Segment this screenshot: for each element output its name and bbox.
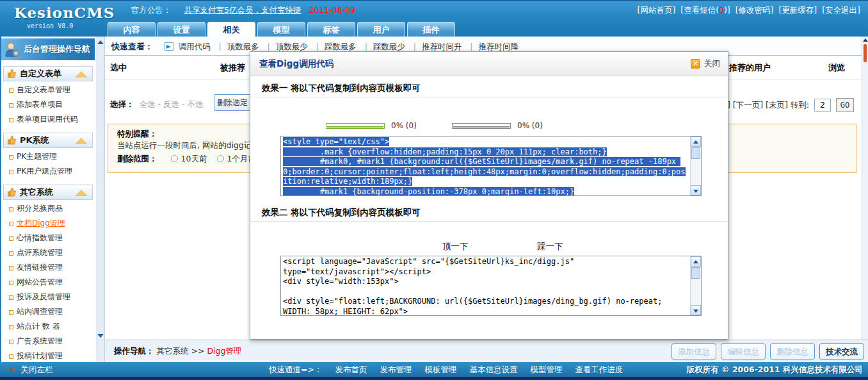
sidebar-item-complaint-feedback[interactable]: 投诉及反馈管理 [1,290,95,304]
code-textarea-effect-two[interactable]: <script language="JavaScript" src="{$Get… [280,256,702,316]
tab-settings[interactable]: 设置 [157,22,205,38]
digg-code-dialog: 查看Digg调用代码 ✕ 关闭 效果一 将以下代码复制到内容页模板即可 0% (… [250,51,728,340]
code-text-selected[interactable]: <style type="text/css"> .mark {overflow:… [281,136,689,195]
delete-info-button[interactable]: 删除信息 [770,343,815,359]
quick-item-call-code[interactable]: 调用代码 [179,42,211,51]
edit-info-button[interactable]: 编辑信息 [721,343,766,359]
sidebar-item-pk-topic[interactable]: PK主题管理 [1,149,95,164]
progress-label: 0% (0) [391,121,417,130]
progress-bar-gray [452,123,511,129]
textarea-scrollbar[interactable] [690,136,701,195]
link-logout[interactable]: [安全退出] [822,5,860,15]
tab-related[interactable]: 相关 [207,22,255,38]
scroll-down-icon[interactable] [97,334,104,338]
close-x-icon: × [9,365,15,374]
sidebar-item-site-survey[interactable]: 站内调查管理 [1,304,95,319]
link-change-password[interactable]: [修改密码] [735,5,774,15]
sidebar-group-title: 自定义表单 [20,68,61,79]
link-view-sms[interactable]: [查看短信(0)] [680,5,730,15]
sms-count: 0 [719,5,724,15]
select-options[interactable]: 全选 - 反选 - 不选 [139,99,203,109]
quick-item-most-digg[interactable]: 顶数最多 [213,42,259,51]
footer-link-model-manage[interactable]: 模型管理 [530,365,562,374]
sidebar-item-site-announce[interactable]: 网站公告管理 [1,275,95,290]
announcement-label: 官方公告： [131,5,172,15]
close-icon[interactable]: ✕ [691,59,700,69]
digg-progress-green: 0% (0) [326,121,417,130]
scrollbar-thumb[interactable] [864,44,867,62]
sidebar-item-add-form-field[interactable]: 添加表单项目 [1,97,95,112]
add-info-button[interactable]: 添加信息 [671,343,716,359]
collapse-triangle-icon[interactable] [75,138,88,144]
radio-10days[interactable] [171,155,178,162]
sidebar-banner: 后台管理操作导航 [1,38,95,60]
scroll-up-icon[interactable] [691,136,701,147]
link-refresh-cache[interactable]: [更新缓存] [778,5,817,15]
footer-link-basic-info[interactable]: 基本信息设置 [469,365,517,374]
select-label: 选择： [110,99,134,109]
footer-link-template-manage[interactable]: 模板管理 [424,365,456,374]
action-buttons: 添加信息 编辑信息 删除信息 技术交流 [671,343,864,359]
selected-code: <style type="text/css"> .mark {overflow:… [283,137,686,195]
sidebar-item-pk-user-view[interactable]: PK用户观点管理 [1,164,95,179]
scroll-down-icon[interactable] [691,305,701,315]
sidebar-item-custom-form-manage[interactable]: 自定义表单管理 [1,83,95,97]
code-text[interactable]: <script language="JavaScript" src="{$Get… [281,256,689,315]
page-scrollbar[interactable] [862,37,868,340]
thumb-up-icon [8,69,16,78]
scroll-up-icon[interactable] [691,256,701,267]
sidebar-item-ad-system[interactable]: 广告系统管理 [1,334,95,349]
top-header: KesionCMS version V8.0 官方公告： 共享支付宝5亿会员，支… [0,0,868,37]
sidebar-item-contribute-plan[interactable]: 投稿计划管理 [1,349,95,362]
scrollbar-up-icon[interactable] [863,38,868,42]
collapse-triangle-icon[interactable] [75,71,88,78]
scrollbar-thumb[interactable] [691,147,700,159]
sidebar-item-points-exchange[interactable]: 积分兑换商品 [1,201,95,216]
collapse-triangle-icon[interactable] [75,190,88,196]
sidebar-item-review-system[interactable]: 点评系统管理 [1,245,95,260]
sidebar-group-custom-form[interactable]: 自定义表单 [3,66,93,81]
quick-item-most-bury[interactable]: 踩数最多 [310,42,357,51]
code-arrow-icon [165,42,173,51]
footer-link-work-progress[interactable]: 查看工作进度 [575,365,623,374]
tab-label[interactable]: 标签 [307,22,355,38]
link-site-home[interactable]: [网站首页] [638,5,676,15]
code-textarea-effect-one[interactable]: <style type="text/css"> .mark {overflow:… [280,136,702,196]
footer-link-publish-manage[interactable]: 发布管理 [380,365,412,374]
sidebar-item-friend-links[interactable]: 友情链接管理 [1,260,95,275]
delete-range-label: 删除范围： [117,154,157,163]
tech-support-button[interactable]: 技术交流 [819,343,864,359]
sidebar-group-other[interactable]: 其它系统 [3,185,93,200]
quick-item-time-asc[interactable]: 推荐时间升 [408,42,462,51]
tab-content[interactable]: 内容 [108,22,156,38]
sidebar-group-pk[interactable]: PK系统 [3,133,93,148]
sidebar-item-form-call-code[interactable]: 表单项目调用代码 [1,112,95,127]
quick-item-time-desc[interactable]: 推荐时间降 [464,42,518,51]
delete-selected-button[interactable]: 删除选定 [214,94,251,111]
radio-1month[interactable] [217,155,224,162]
scroll-down-icon[interactable] [691,185,701,195]
quick-item-least-digg[interactable]: 顶数最少 [262,42,308,51]
quick-item-least-bury[interactable]: 踩数最少 [359,42,405,51]
announcement-link[interactable]: 共享支付宝5亿会员，支付宝快捷 [184,5,301,15]
tab-plugin[interactable]: 插件 [407,22,455,38]
tab-user[interactable]: 用户 [357,22,405,38]
footer-link-publish-home[interactable]: 发布首页 [335,365,367,374]
sidebar-group-title: 其它系统 [20,186,53,198]
sms-link-close: )] [724,5,730,15]
sidebar-item-mood-index[interactable]: 心情指数管理 [1,231,95,245]
sms-link-text: [查看短信( [680,5,719,15]
go-button[interactable]: GO [836,98,854,112]
close-left-panel[interactable]: ×关闭左栏 [9,365,52,376]
textarea-scrollbar[interactable] [690,256,701,315]
main-tabs: 内容 设置 相关 模型 标签 用户 插件 [108,22,455,38]
page-number-input[interactable] [814,99,831,112]
dialog-close-button[interactable]: ✕ 关闭 [691,58,720,69]
sidebar-item-digg-manage[interactable]: 文档Digg管理 [1,216,95,231]
tab-model[interactable]: 模型 [257,22,305,38]
announcement-date: 2011-08-09 [309,5,355,15]
scrollbar-thumb[interactable] [691,267,700,279]
bottom-edge [0,377,868,380]
sidebar-item-site-counter[interactable]: 站点计 数 器 [1,319,95,334]
scroll-up-icon[interactable] [97,40,104,44]
